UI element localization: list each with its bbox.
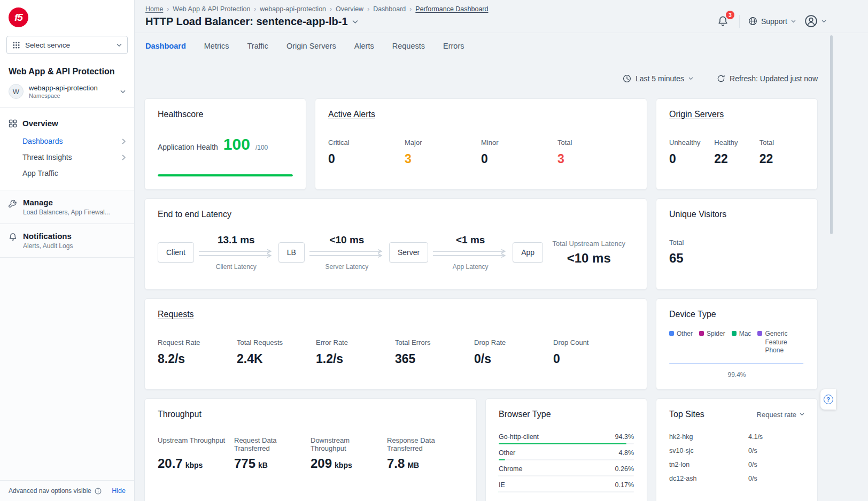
total-errors-metric: Total Errors 365 (395, 338, 474, 366)
notifications-bell-button[interactable]: 3 (715, 13, 731, 29)
metric-value: 365 (395, 352, 474, 366)
browser-label: Other (499, 449, 515, 457)
sidebar-item-threat-insights[interactable]: Threat Insights (9, 149, 126, 165)
double-arrow-right-icon (432, 249, 509, 258)
metric-label: Major (405, 138, 481, 147)
metric-value: 7.8 (387, 456, 405, 471)
browser-bar-track (499, 443, 634, 444)
notifications-label: Notifications (23, 232, 73, 241)
globe-icon (748, 17, 757, 26)
latency-node-app: App (513, 242, 543, 263)
divider (739, 15, 740, 28)
app-grid-icon (12, 41, 20, 49)
requests-title-link[interactable]: Requests (158, 310, 634, 319)
legend-item-spider: Spider (699, 330, 725, 355)
healthscore-card: Healthscore Application Health 100 /100 (144, 98, 306, 190)
legend-item-generic-feature-phone: Generic Feature Phone (757, 330, 796, 355)
latency-node-client: Client (158, 242, 194, 263)
origin-servers-title-link[interactable]: Origin Servers (669, 110, 804, 119)
tab-requests[interactable]: Requests (392, 42, 425, 50)
legend-swatch (669, 331, 674, 336)
metric-label: Critical (328, 138, 405, 147)
server-latency-segment: <10 ms Server Latency (305, 234, 389, 271)
sidebar-item-dashboards[interactable]: Dashboards (9, 133, 126, 149)
dashboard-toolbar: Last 5 minutes Refresh: Updated just now (144, 73, 818, 84)
device-type-percent-label: 99.4% (669, 371, 804, 379)
namespace-selector[interactable]: W webapp-api-protection Namespace (0, 79, 134, 107)
hide-nav-link[interactable]: Hide (112, 487, 126, 495)
notification-count-badge: 3 (726, 11, 734, 19)
logo-row: f5 (0, 0, 134, 30)
browser-bar-fill (499, 443, 626, 444)
support-menu-button[interactable]: Support (748, 17, 796, 26)
total-upstream-latency-label: Total Upstream Latency (552, 240, 625, 248)
legend-swatch (757, 331, 762, 336)
unique-visitors-title: Unique Visitors (669, 210, 804, 219)
sidebar-item-app-traffic[interactable]: App Traffic (9, 165, 126, 181)
title-chevron-down-icon[interactable] (352, 20, 358, 24)
tab-traffic[interactable]: Traffic (247, 42, 268, 50)
metric-value: 0 (669, 152, 714, 166)
browser-row-go-http-client: Go-http-client 94.3% (499, 433, 634, 444)
time-range-selector[interactable]: Last 5 minutes (623, 74, 693, 83)
sidebar-item-overview[interactable]: Overview (9, 115, 126, 133)
tab-alerts[interactable]: Alerts (354, 42, 374, 50)
vertical-scrollbar[interactable] (830, 35, 833, 234)
info-icon[interactable] (95, 488, 102, 495)
service-select-dropdown[interactable]: Select service (6, 36, 128, 54)
breadcrumb-waap[interactable]: Web App & API Protection (173, 5, 250, 13)
tab-origin-servers[interactable]: Origin Servers (286, 42, 336, 50)
top-site-row: dc12-ash 0/s (669, 472, 804, 485)
tab-metrics[interactable]: Metrics (204, 42, 229, 50)
device-type-title: Device Type (669, 310, 804, 319)
active-alerts-title-link[interactable]: Active Alerts (328, 110, 634, 119)
breadcrumb-namespace[interactable]: webapp-api-protection (260, 5, 326, 13)
metric-value: 0/s (474, 352, 553, 366)
chevron-down-icon (800, 413, 804, 416)
legend-item-other: Other (669, 330, 693, 355)
request-rate-metric: Request Rate 8.2/s (158, 338, 237, 366)
metric-value: 22 (714, 152, 759, 166)
breadcrumb-home[interactable]: Home (145, 5, 163, 13)
bell-icon (9, 233, 17, 241)
unique-visitors-total-label: Total (669, 238, 804, 246)
main-area: Home › Web App & API Protection › webapp… (135, 0, 868, 501)
manage-label: Manage (23, 198, 110, 207)
clock-icon (623, 74, 631, 83)
device-type-card: Device Type Other Spider Mac (656, 298, 818, 390)
breadcrumb-dashboard[interactable]: Dashboard (373, 5, 406, 13)
browser-type-list: Go-http-client 94.3% Other 4.8% (499, 433, 634, 497)
client-latency-value: 13.1 ms (218, 234, 255, 249)
metric-label: Healthy (714, 138, 759, 147)
metric-label: Upstream Throughput (158, 436, 229, 454)
sidebar-item-notifications[interactable]: Notifications Alerts, Audit Logs (0, 224, 134, 257)
dashboards-label: Dashboards (22, 137, 63, 145)
top-sites-sort-dropdown[interactable]: Request rate (757, 411, 804, 419)
metric-value: 8.2/s (158, 352, 237, 366)
tab-dashboard[interactable]: Dashboard (145, 42, 186, 50)
origin-servers-card: Origin Servers Unhealthy 0 Healthy 22 To… (656, 98, 818, 190)
account-menu-button[interactable] (804, 14, 826, 28)
throughput-card: Throughput Upstream Throughput 20.7 kbps… (144, 398, 477, 501)
metric-value: 3 (405, 152, 481, 166)
metric-value: 0 (553, 352, 632, 366)
total-servers-metric: Total 22 (759, 138, 804, 166)
legend-item-mac: Mac (732, 330, 751, 355)
browser-bar-fill (499, 475, 499, 476)
device-type-bar-fill (669, 364, 803, 364)
metric-label: Request Data Transferred (234, 436, 305, 454)
app-latency-segment: <1 ms App Latency (428, 234, 513, 271)
help-button[interactable]: ? (820, 389, 836, 410)
app-traffic-label: App Traffic (22, 169, 58, 178)
refresh-button[interactable]: Refresh: Updated just now (717, 74, 818, 83)
tab-errors[interactable]: Errors (443, 42, 464, 50)
metric-value: 1.2/s (316, 352, 395, 366)
metric-label: Minor (481, 138, 557, 147)
sidebar-item-manage[interactable]: Manage Load Balancers, App Firewal... (0, 190, 134, 223)
namespace-name: webapp-api-protection (29, 84, 98, 93)
breadcrumb-performance-dashboard[interactable]: Performance Dashboard (415, 5, 488, 13)
metric-unit: kbps (335, 461, 352, 469)
latency-title: End to end Latency (158, 210, 634, 219)
question-mark-icon: ? (824, 395, 833, 404)
breadcrumb-overview[interactable]: Overview (336, 5, 363, 13)
